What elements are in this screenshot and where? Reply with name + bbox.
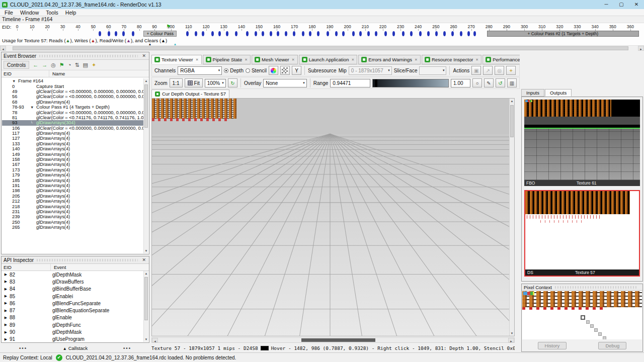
menu-item[interactable]: Help (62, 10, 80, 16)
event-row[interactable]: 167 glDrawArrays(4) (2, 162, 143, 167)
open-resource-icon[interactable]: ◎ (495, 66, 504, 75)
event-row[interactable]: 78 glClear(Color = <0.000000, 0.000000, … (2, 110, 143, 115)
tab-mesh-viewer[interactable]: Mesh Viewer ✕ (252, 55, 298, 64)
texture-viewport[interactable]: ▲ ▼ (151, 98, 515, 336)
menu-item[interactable]: File (1, 10, 17, 16)
step-back-icon[interactable]: ← (33, 62, 38, 68)
event-marker[interactable] (427, 31, 430, 36)
thumbnail-texture-61[interactable]: FBOTexture 61 (524, 100, 640, 186)
reset-range-icon[interactable]: ↺ (496, 78, 505, 87)
tab-close-icon[interactable]: ✕ (415, 58, 418, 62)
save-texture-icon[interactable]: ▣ (471, 66, 481, 75)
scroll-down-icon[interactable]: ▼ (144, 248, 148, 253)
mip-select[interactable]: 0 - 1879x1057▾ (349, 66, 392, 75)
tab-performance-counter-viewer[interactable]: Performance Counter Viewer ✕ (482, 55, 520, 64)
texture-document-tab[interactable]: Cur Depth Output - Texture 57 (151, 89, 229, 98)
event-row[interactable]: 49 glClear(Color = <0.000000, 0.000000, … (2, 89, 143, 94)
pixel-context-view[interactable] (522, 291, 642, 339)
minimize-button[interactable]: ─ (599, 0, 614, 9)
channels-select[interactable]: RGBA▾ (178, 66, 222, 75)
event-marker[interactable] (302, 31, 304, 36)
api-call-row[interactable]: ▶ 82 glDepthMask (2, 271, 143, 278)
callstack-expand-icon[interactable]: ▲ (63, 346, 67, 351)
event-row[interactable]: 239 glDrawArrays(4) (2, 214, 143, 219)
timeline-ruler[interactable]: EID: 01020304050607080901001101201301401… (0, 23, 644, 30)
tab-close-icon[interactable]: ✕ (245, 58, 248, 62)
event-row[interactable]: 250 glDrawArrays(4) (2, 220, 143, 225)
api-call-row[interactable]: ▶ 85 glEnablei (2, 293, 143, 300)
api-call-row[interactable]: ▶ 87 glBlendEquationSeparate (2, 307, 143, 314)
scroll-thumb[interactable] (510, 105, 514, 137)
zoom-range-icon[interactable]: ○ (472, 78, 482, 87)
event-marker[interactable] (335, 31, 338, 36)
event-row[interactable]: 56 glClear(Color = <0.000000, 0.000000, … (2, 94, 143, 99)
event-row[interactable]: 93 └ glDrawArrays(304) (2, 120, 143, 125)
event-marker[interactable] (473, 31, 476, 36)
event-marker[interactable] (342, 31, 345, 36)
tab-close-icon[interactable]: ✕ (475, 58, 478, 62)
scroll-left-icon[interactable]: ◂ (0, 46, 6, 51)
tab-outputs[interactable]: Outputs (545, 89, 572, 97)
menu-item[interactable]: Tools (42, 10, 62, 16)
column-eid[interactable]: EID (2, 264, 51, 270)
event-marker[interactable] (384, 31, 387, 36)
event-marker[interactable] (235, 31, 237, 36)
event-row[interactable]: 173 glDrawArrays(4) (2, 167, 143, 172)
expand-icon[interactable]: ▶ (2, 323, 10, 327)
event-marker[interactable] (132, 31, 134, 36)
event-marker[interactable] (309, 31, 311, 36)
expand-icon[interactable]: ▶ (2, 280, 10, 284)
panel-grip[interactable] (39, 55, 138, 57)
timeline-scrollbar[interactable]: ◂ ▸ (0, 45, 644, 51)
timeline-markers[interactable]: + Colour Pass + Colour Pass #2 (1 Target… (0, 30, 644, 37)
event-marker[interactable] (392, 31, 395, 36)
auto-fit-icon[interactable]: ↻ (228, 78, 237, 87)
api-call-row[interactable]: ▶ 83 glDrawBuffers (2, 278, 143, 285)
range-slider-handle[interactable] (375, 79, 377, 87)
api-call-row[interactable]: ▶ 88 glEnable (2, 314, 143, 321)
tab-inputs[interactable]: Inputs (521, 89, 544, 97)
event-marker[interactable] (99, 31, 101, 36)
step-forward-icon[interactable]: → (42, 62, 47, 68)
timeline-scroll-thumb[interactable] (13, 46, 629, 50)
event-marker[interactable] (195, 31, 197, 36)
event-marker[interactable] (262, 31, 264, 36)
event-row[interactable]: 140 glDrawArrays(4) (2, 146, 143, 151)
event-marker[interactable] (285, 31, 287, 36)
range-max-input[interactable]: 1.00 (451, 79, 470, 87)
range-min-input[interactable]: 0.94471 (330, 79, 370, 87)
replay-context-selector[interactable]: Replay Context: Local (3, 355, 52, 360)
event-row[interactable]: 265 glDrawArrays(4) (2, 225, 143, 230)
zoom-select[interactable]: 100%▾ (205, 79, 226, 87)
tab-close-icon[interactable]: ✕ (351, 58, 354, 62)
event-row[interactable]: 218 glDrawArrays(4) (2, 204, 143, 209)
edit-range-icon[interactable]: ✎ (484, 78, 494, 87)
event-row[interactable]: 185 glDrawArrays(4) (2, 177, 143, 183)
save-icon[interactable]: ▤ (83, 62, 88, 68)
depth-radio[interactable]: Depth (224, 68, 244, 73)
event-row[interactable]: 0 Capture Start (2, 83, 143, 88)
colour-pass-marker[interactable]: + Colour Pass (143, 31, 177, 37)
viewport-horizontal-scrollbar[interactable]: ◂ ▸ (151, 337, 515, 343)
scroll-down-icon[interactable]: ▼ (510, 331, 514, 336)
tab-pipeline-state[interactable]: Pipeline State ✕ (203, 55, 251, 64)
event-marker[interactable] (122, 31, 125, 36)
scroll-right-icon[interactable]: ▸ (508, 338, 514, 342)
expand-icon[interactable]: ▶ (2, 294, 10, 298)
histogram-icon[interactable]: ▥ (507, 78, 517, 87)
fit-button[interactable]: Fit (185, 78, 203, 87)
expand-icon[interactable]: ▶ (2, 309, 10, 313)
menu-item[interactable]: Window (17, 10, 42, 16)
event-row[interactable]: 198 glDrawArrays(4) (2, 188, 143, 193)
column-name[interactable]: Name (49, 71, 65, 76)
api-inspector-close-icon[interactable]: ✕ (141, 257, 147, 262)
options-icon[interactable]: ✦ (92, 62, 96, 68)
panel-grip[interactable] (37, 259, 138, 261)
scroll-thumb[interactable] (301, 338, 375, 342)
event-row[interactable]: 127 glDrawArrays(4) (2, 136, 143, 141)
column-eid[interactable]: EID (2, 70, 49, 77)
api-call-row[interactable]: ▶ 90 glDepthMask (2, 328, 143, 335)
splitter-grip[interactable]: ••• (123, 345, 131, 351)
event-row[interactable]: 231 glDrawArrays(4) (2, 209, 143, 214)
event-marker[interactable] (211, 31, 214, 36)
